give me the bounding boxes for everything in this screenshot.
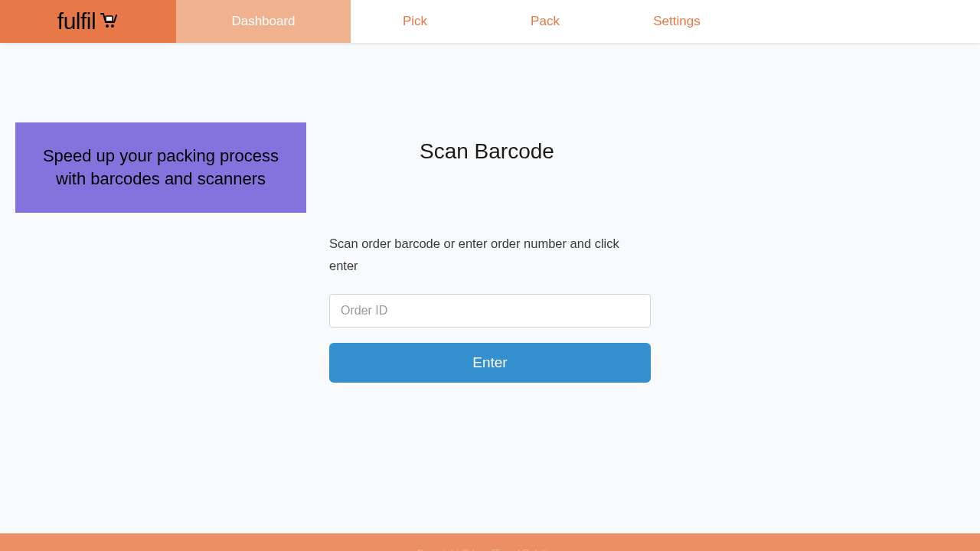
brand-logo[interactable]: fulfil xyxy=(0,0,176,43)
svg-point-2 xyxy=(111,24,114,28)
nav-label: Pack xyxy=(531,14,560,29)
brand-name: fulfil xyxy=(57,8,96,34)
nav-label: Pick xyxy=(403,14,427,29)
svg-point-1 xyxy=(106,24,109,28)
nav-pick[interactable]: Pick xyxy=(351,0,479,43)
instruction-text: Scan order barcode or enter order number… xyxy=(329,233,651,277)
promo-text: Speed up your packing process with barco… xyxy=(29,145,292,190)
content-area: Speed up your packing process with barco… xyxy=(0,43,980,383)
nav-settings[interactable]: Settings xyxy=(611,0,743,43)
footer: Copyright © LeadTrend Solutions xyxy=(0,533,980,551)
nav-label: Dashboard xyxy=(231,14,295,29)
top-nav: fulfil Dashboard Pick Pack Settings xyxy=(0,0,980,43)
enter-button[interactable]: Enter xyxy=(329,343,651,383)
nav-label: Settings xyxy=(653,14,700,29)
nav-dashboard[interactable]: Dashboard xyxy=(176,0,351,43)
promo-banner: Speed up your packing process with barco… xyxy=(15,122,306,213)
order-id-input[interactable] xyxy=(329,294,651,328)
page-title: Scan Barcode xyxy=(420,139,651,164)
svg-rect-0 xyxy=(106,16,113,21)
footer-text: Copyright © LeadTrend Solutions xyxy=(416,547,564,551)
cart-icon xyxy=(99,8,119,34)
nav-pack[interactable]: Pack xyxy=(479,0,611,43)
main-panel: Scan Barcode Scan order barcode or enter… xyxy=(329,80,651,383)
